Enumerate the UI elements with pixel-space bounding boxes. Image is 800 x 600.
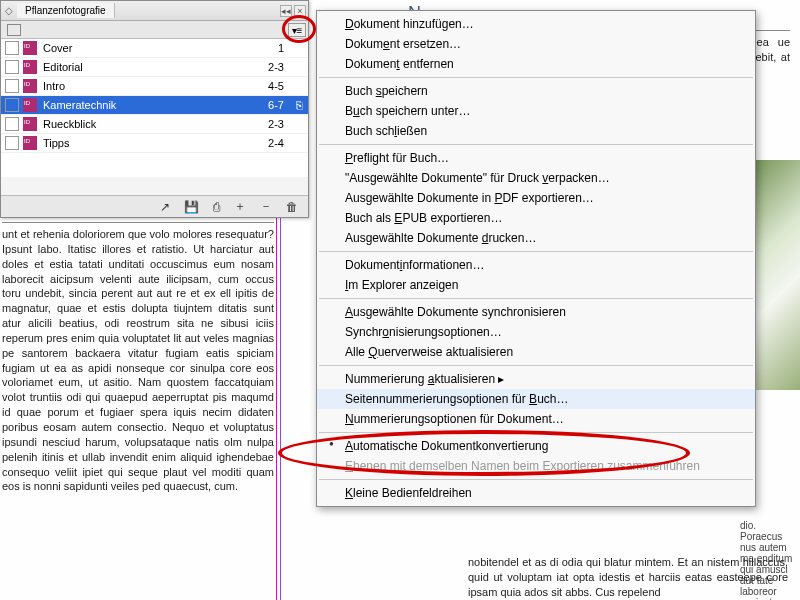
menu-item[interactable]: Buch schließen xyxy=(317,121,755,141)
indesign-doc-icon xyxy=(23,117,37,131)
print-icon[interactable]: ⎙ xyxy=(213,200,220,214)
sync-checkbox[interactable] xyxy=(5,98,19,112)
sync-checkbox[interactable] xyxy=(5,41,19,55)
menu-separator xyxy=(319,365,753,366)
panel-flyout-button[interactable]: ▾≡ xyxy=(288,23,306,37)
menu-item[interactable]: Kleine Bedienfeldreihen xyxy=(317,483,755,503)
menu-separator xyxy=(319,432,753,433)
doc-page-range: 2-3 xyxy=(250,118,290,130)
menu-item[interactable]: Im Explorer anzeigen xyxy=(317,275,755,295)
book-document-list: Cover1Editorial2-3Intro4-5Kameratechnik6… xyxy=(1,39,308,177)
menu-item: Ebenen mit demselben Namen beim Exportie… xyxy=(317,456,755,476)
book-row-rueckblick[interactable]: Rueckblick2-3 xyxy=(1,115,308,134)
menu-item[interactable]: Buch speichern unter… xyxy=(317,101,755,121)
trash-icon[interactable]: 🗑 xyxy=(286,200,298,214)
menu-item[interactable]: Ausgewählte Dokumente synchronisieren xyxy=(317,302,755,322)
menu-item[interactable]: Dokument ersetzen… xyxy=(317,34,755,54)
indesign-doc-icon xyxy=(23,98,37,112)
indesign-doc-icon xyxy=(23,60,37,74)
doc-page-range: 1 xyxy=(250,42,290,54)
sync-icon[interactable]: ↗ xyxy=(160,200,170,214)
doc-name: Tipps xyxy=(43,137,250,149)
doc-name: Intro xyxy=(43,80,250,92)
menu-item[interactable]: Buch speichern xyxy=(317,81,755,101)
menu-item[interactable]: Ausgewählte Dokumente drucken… xyxy=(317,228,755,248)
panel-tabbar: ◇ Pflanzenfotografie ◂◂ × xyxy=(1,1,308,21)
doc-page-range: 2-3 xyxy=(250,61,290,73)
book-panel: ◇ Pflanzenfotografie ◂◂ × ▾≡ Cover1Edito… xyxy=(0,0,309,218)
menu-separator xyxy=(319,479,753,480)
indesign-doc-icon xyxy=(23,41,37,55)
remove-doc-icon[interactable]: － xyxy=(260,198,272,215)
sync-checkbox[interactable] xyxy=(5,136,19,150)
menu-item[interactable]: Nummerierung aktualisieren ▸ xyxy=(317,369,755,389)
book-row-tipps[interactable]: Tipps2-4 xyxy=(1,134,308,153)
book-sync-source-icon[interactable] xyxy=(7,24,21,36)
doc-page-range: 6-7 xyxy=(250,99,290,111)
menu-item[interactable]: Dokumentinformationen… xyxy=(317,255,755,275)
panel-close-icon[interactable]: × xyxy=(294,5,306,17)
menu-separator xyxy=(319,144,753,145)
menu-item[interactable]: Alle Querverweise aktualisieren xyxy=(317,342,755,362)
menu-separator xyxy=(319,251,753,252)
sync-checkbox[interactable] xyxy=(5,79,19,93)
menu-item[interactable]: Dokument entfernen xyxy=(317,54,755,74)
book-list-header xyxy=(1,21,308,39)
doc-page-range: 2-4 xyxy=(250,137,290,149)
panel-collapse-left-icon[interactable]: ◂◂ xyxy=(280,5,292,17)
menu-item[interactable]: Ausgewählte Dokumente in PDF exportieren… xyxy=(317,188,755,208)
indesign-doc-icon xyxy=(23,79,37,93)
panel-footer: ↗💾⎙＋－🗑 xyxy=(1,195,308,217)
body-text-bottom: nobitendel et as di odia qui blatur mint… xyxy=(468,555,788,600)
menu-item[interactable]: Automatische Dokumentkonvertierung xyxy=(317,436,755,456)
add-doc-icon[interactable]: ＋ xyxy=(234,198,246,215)
book-row-editorial[interactable]: Editorial2-3 xyxy=(1,58,308,77)
doc-name: Kameratechnik xyxy=(43,99,250,111)
book-row-kameratechnik[interactable]: Kameratechnik6-7⎘ xyxy=(1,96,308,115)
menu-item[interactable]: Preflight für Buch… xyxy=(317,148,755,168)
save-icon[interactable]: 💾 xyxy=(184,200,199,214)
menu-separator xyxy=(319,77,753,78)
panel-tab[interactable]: Pflanzenfotografie xyxy=(17,3,115,18)
doc-status-icon: ⎘ xyxy=(290,99,308,111)
menu-item[interactable]: Synchronisierungsoptionen… xyxy=(317,322,755,342)
doc-name: Editorial xyxy=(43,61,250,73)
book-row-cover[interactable]: Cover1 xyxy=(1,39,308,58)
menu-item[interactable]: "Ausgewählte Dokumente" für Druck verpac… xyxy=(317,168,755,188)
indesign-doc-icon xyxy=(23,136,37,150)
menu-separator xyxy=(319,298,753,299)
menu-item[interactable]: Buch als EPUB exportieren… xyxy=(317,208,755,228)
menu-item[interactable]: Seitennummerierungsoptionen für Buch… xyxy=(317,389,755,409)
menu-item[interactable]: Nummerierungsoptionen für Dokument… xyxy=(317,409,755,429)
body-text-left: unt et rehenia doloriorem que volo molor… xyxy=(2,222,274,494)
doc-name: Rueckblick xyxy=(43,118,250,130)
doc-name: Cover xyxy=(43,42,250,54)
menu-item[interactable]: Dokument hinzufügen… xyxy=(317,14,755,34)
book-row-intro[interactable]: Intro4-5 xyxy=(1,77,308,96)
book-panel-flyout-menu: Dokument hinzufügen…Dokument ersetzen…Do… xyxy=(316,10,756,507)
sync-checkbox[interactable] xyxy=(5,117,19,131)
doc-page-range: 4-5 xyxy=(250,80,290,92)
sync-checkbox[interactable] xyxy=(5,60,19,74)
